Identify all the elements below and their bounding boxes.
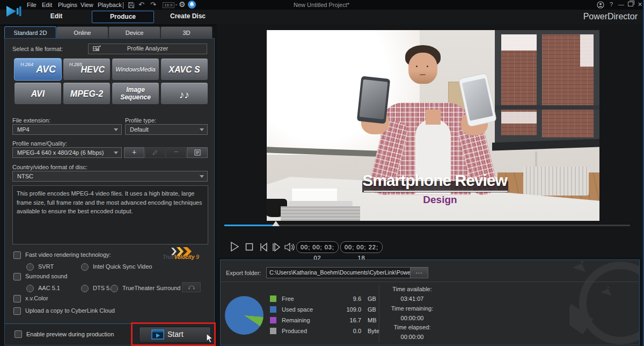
profile-analyzer-label: Profile Analyzer [89, 45, 207, 52]
previous-frame-button[interactable] [258, 241, 269, 253]
restore-button[interactable] [628, 2, 633, 6]
scene-mouth [420, 74, 426, 75]
legend-swatch-remaining [270, 317, 276, 323]
format-mpeg2-button[interactable]: MPEG-2 [63, 82, 111, 105]
music-notes-icon: ♪♪ [161, 89, 208, 101]
profile-details-button[interactable] [187, 147, 208, 158]
export-folder-input[interactable]: C:\Users\Katharina_Boehm\Documents\Cyber… [266, 267, 412, 278]
format-name: AVC [36, 64, 56, 75]
scene-sky-patch2 [580, 34, 594, 67]
powerdirector-logo-icon [5, 4, 23, 19]
format-audio-button[interactable]: ♪♪ [160, 82, 208, 105]
surround-sound-checkbox[interactable] [13, 273, 21, 280]
legend-value: 0.0 [302, 328, 361, 334]
remove-profile-button: − [166, 147, 186, 158]
mouse-cursor [206, 333, 214, 344]
tab-edit[interactable]: Edit [32, 11, 80, 22]
seek-bar-track[interactable] [224, 225, 630, 226]
aac-radio[interactable] [26, 285, 34, 292]
xvcolor-checkbox[interactable] [13, 295, 21, 302]
scene-snow-patch [501, 112, 537, 124]
time-elapsed-label: Time elapsed: [383, 324, 442, 330]
timecode-current[interactable]: 00; 00; 03; 02 [296, 241, 339, 253]
account-icon[interactable] [597, 1, 604, 9]
volume-button[interactable] [283, 241, 295, 253]
watermark-emblem [569, 260, 639, 345]
scene-man-face [408, 53, 437, 84]
video-preview[interactable]: Smartphone Review Design [267, 30, 599, 221]
timecode-duration: 00; 00; 22; 18 [340, 241, 383, 253]
format-h265-hevc-button[interactable]: H.265 HEVC [63, 58, 111, 81]
country-format-select[interactable]: NTSC [12, 171, 208, 182]
svrt-radio[interactable] [26, 263, 34, 271]
profile-description: This profile encodes MPEG-4 video files.… [12, 185, 208, 244]
tab-create-disc[interactable]: Create Disc [158, 11, 217, 22]
format-avi-button[interactable]: AVI [14, 82, 62, 105]
upload-cloud-checkbox[interactable] [13, 307, 21, 315]
produce-tab-online[interactable]: Online [56, 26, 108, 39]
enable-preview-checkbox[interactable] [14, 330, 22, 338]
profile-name-select[interactable]: MPEG-4 640 x 480/24p (6 Mbps) [12, 147, 122, 158]
title-bar: File Edit Plugins View Playback | ↶ ↷ 16… [0, 0, 643, 10]
scene-radiator [523, 167, 589, 196]
minimize-button[interactable]: — [618, 1, 624, 8]
stop-button[interactable] [244, 241, 255, 253]
aac-label: AAC 5.1 [38, 285, 60, 291]
next-frame-button[interactable] [270, 241, 282, 253]
velocity-number: 9 [196, 254, 199, 260]
scene-phone-dark-screen [360, 80, 388, 119]
profile-name-label: Profile name/Quality: [12, 140, 67, 147]
format-name: ImageSequence [112, 86, 159, 102]
play-button[interactable] [229, 241, 240, 253]
start-button-label: Start [167, 330, 184, 338]
fast-render-checkbox[interactable] [13, 251, 21, 259]
seek-bar-thumb[interactable] [272, 221, 280, 226]
production-bar: Enable preview during production Start [4, 323, 215, 345]
scene-window-rail [495, 105, 599, 110]
xvcolor-label: x.v.Color [25, 295, 48, 301]
legend-swatch-used [270, 306, 276, 313]
produce-tab-standard-2d[interactable]: Standard 2D [4, 26, 56, 39]
add-profile-button[interactable]: + [124, 147, 144, 158]
country-format-label: Country/video format of disc: [12, 164, 87, 170]
file-extension-select[interactable]: MP4 [12, 124, 122, 135]
file-extension-value: MP4 [17, 126, 30, 133]
scene-sky-patch [501, 34, 537, 51]
format-name: WindowsMedia [112, 66, 159, 73]
legend-unit: GB [368, 295, 376, 302]
produce-clapper-icon [151, 329, 164, 340]
select-format-label: Select a file format: [12, 46, 63, 52]
chevron-down-icon [114, 152, 118, 154]
produce-tab-3d[interactable]: 3D [160, 26, 213, 39]
start-button[interactable]: Start [139, 327, 211, 343]
legend-unit: MB [368, 317, 377, 323]
browse-folder-button[interactable]: ... [410, 267, 428, 278]
time-remaining-value: 00:00:00 [383, 315, 442, 321]
truetheater-radio[interactable] [111, 285, 118, 292]
enable-preview-label: Enable preview during production [26, 331, 114, 337]
profile-type-select[interactable]: Default [125, 124, 208, 135]
format-image-sequence-button[interactable]: ImageSequence [112, 82, 159, 105]
profile-analyzer-button[interactable]: Profile Analyzer [88, 44, 207, 54]
scene-eye-left [416, 66, 418, 67]
video-subtitle-text: Design [349, 194, 531, 206]
powerdirector-window: File Edit Plugins View Playback | ↶ ↷ 16… [0, 0, 644, 346]
time-remaining-label: Time remaining: [383, 305, 442, 312]
project-title: New Untitled Project* [0, 2, 643, 8]
format-h264-avc-button[interactable]: H.264 AVC [14, 58, 62, 81]
format-xavcs-button[interactable]: XAVC S [160, 58, 208, 81]
format-name: MPEG-2 [63, 89, 110, 99]
format-windowsmedia-button[interactable]: WindowsMedia [112, 58, 159, 81]
help-button[interactable]: ? [610, 1, 613, 8]
edit-profile-button [145, 147, 165, 158]
quick-sync-radio[interactable] [81, 263, 89, 271]
scene-laptop-keyboard [281, 206, 360, 221]
scene-laptop-lid [288, 201, 353, 206]
dts-radio[interactable] [81, 285, 89, 292]
legend-value: 109.0 [302, 306, 361, 313]
tab-produce[interactable]: Produce [92, 11, 154, 23]
legend-unit: GB [368, 306, 376, 313]
produce-tab-device[interactable]: Device [108, 26, 160, 39]
velocity-name: Velocity [174, 254, 195, 260]
close-button[interactable]: ✕ [638, 1, 642, 8]
